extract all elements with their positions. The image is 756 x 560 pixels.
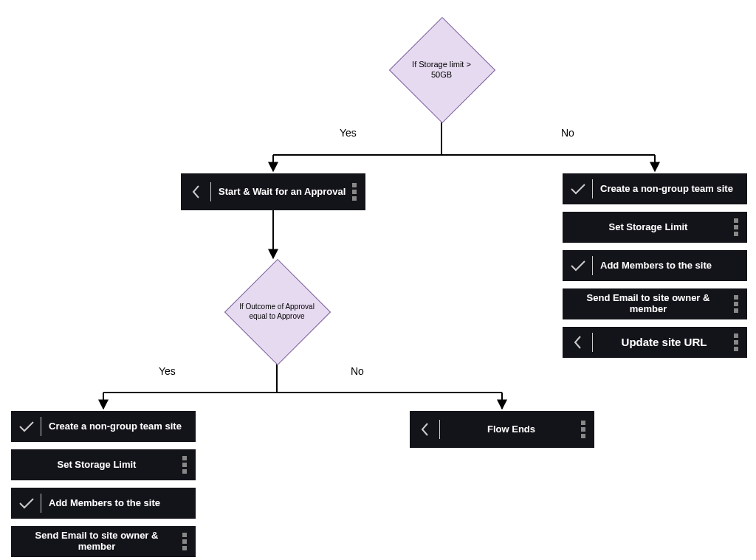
drag-handle-icon[interactable]	[734, 333, 740, 352]
chevron-left-icon	[568, 333, 588, 352]
step-label: Flow Ends	[447, 424, 575, 435]
step-label: Send Email to site owner & member	[17, 530, 176, 553]
step-label: Update site URL	[600, 336, 728, 348]
decision-storage-limit-text: If Storage limit > 50GB	[386, 32, 497, 106]
checkmark-icon	[568, 256, 588, 275]
checkmark-icon	[17, 494, 36, 513]
step-add-members-r[interactable]: Add Members to the site	[563, 250, 747, 281]
drag-handle-icon[interactable]	[182, 455, 188, 474]
step-label: Add Members to the site	[600, 260, 740, 272]
step-label: Add Members to the site	[49, 498, 188, 509]
decision-approval-outcome: If Outcome of Approval equal to Approve	[221, 274, 332, 348]
flowchart-canvas: If Storage limit > 50GB Yes No Start & W…	[0, 0, 756, 560]
branch-label-no-2: No	[351, 365, 364, 377]
drag-handle-icon[interactable]	[182, 532, 188, 551]
step-send-email-l[interactable]: Send Email to site owner & member	[11, 526, 196, 557]
step-label: Start & Wait for an Approval	[219, 187, 346, 198]
drag-handle-icon[interactable]	[581, 420, 587, 439]
step-create-site-l[interactable]: Create a non-group team site	[11, 411, 196, 442]
step-label: Send Email to site owner & member	[568, 293, 728, 315]
checkmark-icon	[17, 417, 36, 436]
drag-handle-icon[interactable]	[734, 294, 740, 314]
decision-storage-limit: If Storage limit > 50GB	[386, 32, 497, 106]
drag-handle-icon[interactable]	[352, 182, 358, 201]
step-set-storage-r[interactable]: Set Storage Limit	[563, 212, 747, 243]
step-label: Set Storage Limit	[568, 222, 728, 233]
step-start-wait-approval[interactable]: Start & Wait for an Approval	[181, 173, 365, 210]
step-add-members-l[interactable]: Add Members to the site	[11, 488, 196, 519]
step-label: Create a non-group team site	[49, 421, 188, 432]
step-update-url-r[interactable]: Update site URL	[563, 327, 747, 358]
chevron-left-icon	[187, 182, 206, 201]
decision-approval-outcome-text: If Outcome of Approval equal to Approve	[221, 274, 332, 348]
chevron-left-icon	[416, 420, 435, 439]
step-set-storage-l[interactable]: Set Storage Limit	[11, 449, 196, 480]
step-flow-ends[interactable]: Flow Ends	[410, 411, 594, 448]
drag-handle-icon[interactable]	[734, 218, 740, 237]
branch-label-no-1: No	[561, 127, 574, 139]
branch-label-yes-1: Yes	[340, 127, 357, 139]
step-send-email-r[interactable]: Send Email to site owner & member	[563, 288, 747, 319]
branch-label-yes-2: Yes	[159, 365, 176, 377]
step-label: Set Storage Limit	[17, 460, 176, 471]
step-create-site-r[interactable]: Create a non-group team site	[563, 173, 747, 204]
checkmark-icon	[568, 179, 588, 198]
step-label: Create a non-group team site	[600, 184, 740, 195]
